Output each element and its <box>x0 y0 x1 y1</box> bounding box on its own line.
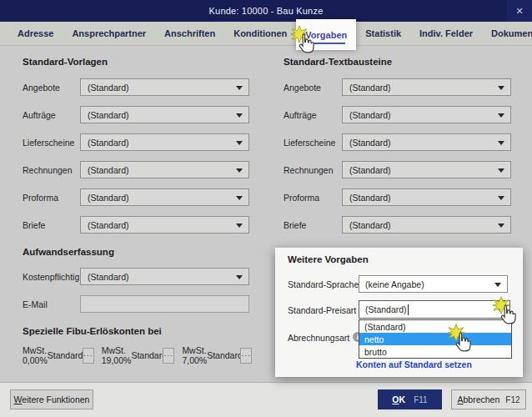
chevron-down-icon <box>498 168 504 173</box>
angebote-textbaustein-select[interactable]: (Standard) <box>342 78 511 96</box>
form-row: E-Mail <box>23 295 249 313</box>
form-row: Rechnungen (Standard) <box>284 161 511 178</box>
option-standard[interactable]: (Standard) <box>359 320 511 333</box>
chevron-down-icon <box>236 196 243 200</box>
field-label: Kostenpflichtig <box>23 272 80 282</box>
mwst-19-value: Standard <box>131 350 163 360</box>
section-heading-aufwandserfassung: Aufwandserfassung <box>23 247 249 257</box>
lieferscheine-vorlage-select[interactable]: (Standard) <box>80 133 249 151</box>
selected-value: (Standard) <box>349 193 391 203</box>
standard-preisart-combobox[interactable]: (Standard) <box>359 300 510 319</box>
tab-indiv-felder[interactable]: Indiv. Felder <box>410 22 482 46</box>
mwst-0-value: Standard <box>48 350 83 360</box>
title-bar: Kunde: 10000 - Bau Kunze ✕ <box>0 0 532 22</box>
proforma-textbaustein-select[interactable]: (Standard) <box>342 188 511 206</box>
chevron-down-icon <box>498 86 504 90</box>
selected-value: (Standard) <box>88 110 129 120</box>
tab-anschriften[interactable]: Anschriften <box>155 22 224 46</box>
selected-value: (Standard) <box>88 83 129 93</box>
form-row: Proforma (Standard) <box>23 188 249 206</box>
chevron-down-icon <box>494 283 501 287</box>
auftraege-vorlage-select[interactable]: (Standard) <box>80 106 249 123</box>
form-row: Aufträge (Standard) <box>23 106 249 123</box>
abbrechen-fkey-hint: F12 <box>505 395 519 404</box>
option-netto[interactable]: netto <box>359 333 511 345</box>
selected-value: (Standard) <box>349 165 391 175</box>
tab-dokumente[interactable]: Dokumente <box>482 22 532 46</box>
option-brutto[interactable]: brutto <box>359 345 511 358</box>
tab-konditionen[interactable]: Konditionen <box>224 22 296 46</box>
form-row: Aufträge (Standard) <box>284 106 511 123</box>
chevron-down-icon <box>236 224 243 228</box>
field-label: Rechnungen <box>284 165 342 175</box>
tab-vorgaben[interactable]: Vorgaben <box>296 19 356 50</box>
field-label: Angebote <box>23 83 80 93</box>
mwst-0-browse-button[interactable]: ··· <box>83 348 94 364</box>
proforma-vorlage-select[interactable]: (Standard) <box>80 188 249 206</box>
weitere-funktionen-button[interactable]: Weitere Funktionen <box>10 389 93 409</box>
selected-value: (Standard) <box>88 138 129 148</box>
close-button[interactable]: ✕ <box>507 0 532 22</box>
text-caret <box>408 304 409 315</box>
section-heading-standard-textbausteine: Standard-Textbausteine <box>284 57 511 67</box>
field-label: E-Mail <box>23 299 80 309</box>
lieferscheine-textbaustein-select[interactable]: (Standard) <box>342 133 511 151</box>
mwst-0-label: MwSt. 0,00% <box>23 345 48 365</box>
form-row: Angebote (Standard) <box>284 78 511 96</box>
chevron-down-icon <box>236 168 243 173</box>
konten-standard-link[interactable]: Konten auf Standard setzen <box>356 359 472 369</box>
left-column: Standard-Vorlagen Angebote (Standard) Au… <box>23 57 249 364</box>
auftraege-textbaustein-select[interactable]: (Standard) <box>342 106 511 123</box>
mwst-7-label: MwSt. 7,00% <box>182 345 207 365</box>
form-row: Briefe (Standard) <box>284 216 511 234</box>
form-row: Lieferscheine (Standard) <box>284 133 511 151</box>
angebote-vorlage-select[interactable]: (Standard) <box>80 78 249 96</box>
standard-sprache-label: Standard-Sprache <box>288 279 359 289</box>
tab-ansprechpartner[interactable]: Ansprechpartner <box>63 22 155 46</box>
kostenpflichtig-select[interactable]: (Standard) <box>80 268 249 285</box>
selected-value: (Standard) <box>349 138 391 148</box>
chevron-down-icon <box>498 196 504 200</box>
field-label: Aufträge <box>284 110 342 120</box>
mwst-19-label: MwSt. 19,00% <box>102 345 132 365</box>
ok-button[interactable]: OK F11 <box>378 389 442 409</box>
right-column: Standard-Textbausteine Angebote (Standar… <box>284 57 511 244</box>
selected-value: (Standard) <box>88 193 129 203</box>
rechnungen-vorlage-select[interactable]: (Standard) <box>80 161 249 178</box>
selected-value: (keine Angabe) <box>365 279 424 289</box>
tab-bar: Adresse Ansprechpartner Anschriften Kond… <box>0 22 532 46</box>
form-row: Briefe (Standard) <box>23 216 249 234</box>
fibu-accounts-row: MwSt. 0,00% Standard ··· MwSt. 19,00% St… <box>23 347 249 364</box>
field-label: Proforma <box>284 193 342 203</box>
close-icon: ✕ <box>515 6 523 17</box>
customer-dialog: Kunde: 10000 - Bau Kunze ✕ Adresse Anspr… <box>0 0 532 417</box>
mwst-19-browse-button[interactable]: ··· <box>163 348 174 364</box>
email-input[interactable] <box>80 295 249 313</box>
mwst-7-browse-button[interactable]: ··· <box>240 348 252 364</box>
tab-adresse[interactable]: Adresse <box>8 22 63 46</box>
field-label: Lieferscheine <box>23 138 80 148</box>
combobox-value: (Standard) <box>365 304 407 314</box>
panel-heading: Weitere Vorgaben <box>288 254 369 264</box>
footer-bar: Weitere Funktionen OK F11 Abbrechen F12 <box>0 382 532 417</box>
field-label: Briefe <box>23 220 80 230</box>
chevron-down-icon <box>236 275 243 279</box>
weitere-vorgaben-panel: Weitere Vorgaben Standard-Sprache (keine… <box>275 248 523 377</box>
ok-fkey-hint: F11 <box>414 395 428 404</box>
tab-statistik[interactable]: Statistik <box>356 22 410 46</box>
preisart-dropdown-list: (Standard) netto brutto <box>359 319 512 359</box>
field-label: Proforma <box>23 193 80 203</box>
form-row: Rechnungen (Standard) <box>23 161 249 178</box>
field-label: Rechnungen <box>23 165 80 175</box>
briefe-textbaustein-select[interactable]: (Standard) <box>342 216 511 234</box>
briefe-vorlage-select[interactable]: (Standard) <box>80 216 249 234</box>
selected-value: (Standard) <box>88 272 129 282</box>
standard-sprache-select[interactable]: (keine Angabe) <box>359 275 508 293</box>
rechnungen-textbaustein-select[interactable]: (Standard) <box>342 161 511 178</box>
section-heading-standard-vorlagen: Standard-Vorlagen <box>23 57 249 67</box>
selected-value: (Standard) <box>349 83 391 93</box>
abbrechen-button[interactable]: Abbrechen F12 <box>451 389 526 409</box>
chevron-down-icon <box>236 141 243 145</box>
abrechnungsart-label: Abrechnungsart <box>288 333 349 343</box>
chevron-down-icon <box>498 113 504 118</box>
